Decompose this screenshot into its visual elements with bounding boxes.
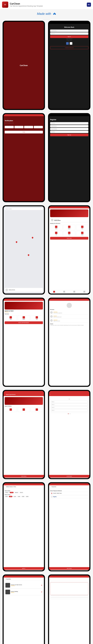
forgot-link[interactable]: Forgot Password?	[51, 38, 88, 39]
user-card[interactable]: Good MorningAndrew Simon	[50, 218, 88, 222]
back-icon[interactable]: ‹	[50, 486, 50, 488]
app-subtitle: Car Service Appointment Booking App Temp…	[10, 5, 43, 7]
user-avatar	[51, 219, 53, 221]
map-marker-icon[interactable]	[15, 241, 18, 243]
time-chip[interactable]: 11:00	[13, 496, 17, 497]
service-wash[interactable]: Wash	[50, 225, 62, 230]
phone-frame: ‹Book Appointment Select Vehicle CONTINU…	[3, 390, 45, 479]
email-input[interactable]: Email Address	[50, 30, 88, 32]
status-bar	[49, 299, 89, 301]
service-tires[interactable]: Tires	[76, 225, 88, 230]
date-chip-selected[interactable]: Tue 13	[10, 492, 14, 493]
back-icon[interactable]: ‹	[50, 578, 50, 580]
verify-button[interactable]: Verify	[5, 131, 43, 134]
upload-area[interactable]	[50, 582, 88, 595]
bottom-nav	[49, 290, 89, 294]
flutter-icon	[53, 12, 56, 16]
field-input[interactable]: Field 2	[51, 404, 87, 406]
time-chip[interactable]: 01:00	[21, 496, 25, 497]
time-chip[interactable]: 12:00	[17, 496, 21, 497]
phone-frame: Register Full Name Email Address Phone N…	[48, 113, 90, 202]
service-detail[interactable]: Detail	[76, 231, 88, 236]
date-chip[interactable]: Mon 12	[5, 492, 9, 493]
book-appointment-button[interactable]: BOOK APPOINTMENT	[5, 321, 43, 324]
map-marker-icon[interactable]	[28, 254, 30, 256]
vehicle-option[interactable]	[5, 408, 17, 412]
thumb-image	[6, 590, 10, 594]
signup-button[interactable]: Sign Up	[50, 134, 88, 136]
password-input[interactable]: Password	[50, 32, 88, 35]
field-input[interactable]: Field 4	[51, 409, 87, 412]
service-item[interactable]: Tires	[31, 315, 43, 320]
nav-profile-icon[interactable]	[83, 291, 85, 293]
time-chip[interactable]: 02:00	[26, 496, 29, 497]
map-search[interactable]: Search location...	[5, 208, 43, 210]
nav-bar: ‹Payment	[49, 485, 89, 488]
heart-icon[interactable]: ♡	[51, 398, 87, 400]
made-with-banner: Made with	[0, 10, 93, 18]
otp-digit[interactable]: •	[5, 126, 14, 128]
phone-frame: ‹Select Date & Time Select Date Mon 12 T…	[3, 482, 45, 571]
nav-home-icon[interactable]	[53, 291, 55, 293]
provider-hero	[5, 302, 43, 310]
otp-digit[interactable]: •	[14, 126, 24, 128]
vehicle-option[interactable]	[18, 408, 30, 412]
field-input[interactable]: Field 3	[51, 406, 87, 409]
payment-card-option[interactable]: Credit / Debit Card	[50, 492, 88, 495]
date-chip[interactable]: Wed 14	[14, 492, 19, 493]
section-nearby: Nearby Car Services	[50, 223, 88, 224]
service-paint[interactable]: Paint	[63, 231, 75, 236]
service-item[interactable]: Repair	[18, 315, 30, 320]
google-icon[interactable]	[70, 42, 72, 45]
facebook-icon[interactable]	[66, 42, 69, 45]
field-input[interactable]: Field 1	[51, 400, 87, 403]
service-oil[interactable]: Oil	[50, 231, 62, 236]
form-card: ♡ Field 1 Field 2 Field 3 Field 4	[50, 398, 88, 413]
name-input[interactable]: Full Name	[50, 122, 88, 124]
heart-icon[interactable]: ♥	[41, 591, 42, 593]
back-icon[interactable]: ‹	[5, 486, 5, 488]
map-view[interactable]: Search location... Nearby Service	[4, 206, 44, 294]
time-chip[interactable]: 09:00	[5, 496, 8, 497]
book-button[interactable]: Book Now	[50, 237, 88, 240]
text-input[interactable]	[50, 598, 88, 599]
email-input[interactable]: Email Address	[50, 125, 88, 128]
back-icon[interactable]: ‹	[50, 394, 50, 395]
service-item[interactable]: Wash	[5, 315, 17, 320]
map-marker-icon[interactable]	[32, 236, 34, 239]
otp-digit[interactable]: •	[24, 126, 33, 128]
phone-frame: Welcome Back Email Address Password Sign…	[48, 21, 90, 110]
status-bar	[49, 22, 89, 24]
payment-paypal-option[interactable]: PayPal	[50, 495, 88, 498]
signin-button[interactable]: Sign In	[50, 35, 88, 38]
service-repair[interactable]: Repair	[63, 225, 75, 230]
register-title: Register	[50, 119, 88, 120]
time-chip-selected[interactable]: 10:00	[9, 496, 12, 497]
map-result-card[interactable]: Nearby Service	[5, 288, 43, 292]
nav-bookings-icon[interactable]	[73, 291, 75, 293]
rating-stars: ★★★★★	[5, 312, 43, 312]
back-icon[interactable]: ‹	[5, 394, 5, 395]
continue-button[interactable]: CONTINUE	[4, 475, 44, 478]
phone-frame: Search location... Nearby Service	[3, 205, 45, 294]
text-input[interactable]	[50, 596, 88, 597]
pay-button[interactable]: PAY NOW	[49, 567, 89, 570]
favorite-item[interactable]: Express Detailing★★★★☆♥	[5, 589, 43, 595]
heart-icon[interactable]: ♥	[41, 584, 42, 586]
phone-input[interactable]: Phone Number	[50, 128, 88, 130]
password-input[interactable]: Password	[50, 130, 88, 133]
back-icon[interactable]: ‹	[5, 578, 5, 580]
vehicle-option[interactable]	[31, 408, 43, 412]
apply-button[interactable]: APPLY	[4, 567, 44, 570]
signup-button[interactable]: Create An Account	[50, 46, 88, 49]
continue-button[interactable]: CONTINUE	[49, 475, 89, 478]
provider-avatar	[6, 289, 8, 291]
favorite-item[interactable]: Premium Car Wash Service★★★★★♥	[5, 582, 43, 588]
otp-digit[interactable]: •	[34, 126, 43, 128]
date-chip[interactable]: Thu 15	[19, 492, 23, 493]
nav-search-icon[interactable]	[63, 291, 65, 293]
time-chips: 09:00 10:00 11:00 12:00 01:00 02:00	[5, 496, 43, 497]
oil-icon	[55, 232, 57, 234]
repair-icon	[68, 226, 70, 228]
phone-frame: Reviews ★★★★★Great service experience ★★…	[48, 298, 90, 387]
